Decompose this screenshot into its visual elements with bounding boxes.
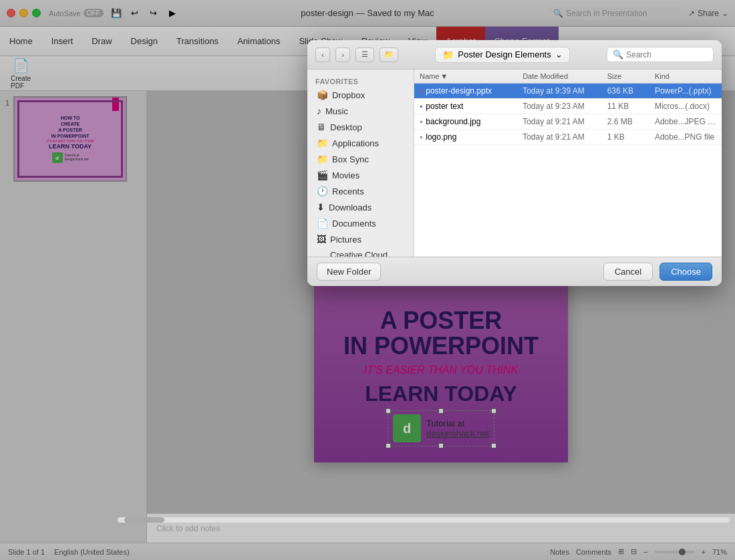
file-name-logo-png: ▪ logo.png <box>414 132 517 142</box>
sidebar-movies-label: Movies <box>332 170 359 180</box>
sort-icon: ▼ <box>440 72 448 80</box>
col-name-label: Name <box>420 72 439 80</box>
file-date-poster-text: Today at 9:23 AM <box>517 102 602 111</box>
dialog-sidebar: Favorites 📦 Dropbox ♪ Music 🖥 Desktop <box>307 69 414 257</box>
sidebar-downloads-label: Downloads <box>329 202 372 213</box>
col-name[interactable]: Name ▼ <box>414 72 517 80</box>
file-icon-doc: ▪ <box>420 102 422 111</box>
choose-button[interactable]: Choose <box>659 263 712 281</box>
sidebar-item-music[interactable]: ♪ Music <box>307 103 414 119</box>
dialog-filelist: Name ▼ Date Modified Size Kind <box>414 69 722 257</box>
file-row-logo-png[interactable]: ▪ logo.png Today at 9:21 AM 1 KB Adobe..… <box>414 130 722 145</box>
file-size-background-jpg: 2.6 MB <box>602 117 649 126</box>
search-input[interactable] <box>626 50 708 59</box>
file-name-background-jpg: ▪ background.jpg <box>414 117 517 126</box>
file-date-poster-design: Today at 9:39 AM <box>517 86 602 96</box>
desktop-icon: 🖥 <box>317 122 326 132</box>
file-size-logo-png: 1 KB <box>602 132 649 142</box>
file-kind-poster-design: PowerP...(.pptx) <box>649 86 722 96</box>
sidebar-item-desktop[interactable]: 🖥 Desktop <box>307 119 414 135</box>
dialog-folder-name: Poster Design Elements <box>458 49 551 59</box>
dropbox-icon: 📦 <box>317 90 328 100</box>
file-dialog: ‹ › ☰ 📁 📁 Poster Design Elements ⌄ 🔍 <box>307 40 722 286</box>
app-window: AutoSave OFF 💾 ↩ ↪ ▶ poster-design — Sav… <box>0 0 735 560</box>
file-row-poster-design[interactable]: ▪ poster-design.pptx Today at 9:39 AM 63… <box>414 84 722 99</box>
file-name-poster-text: ▪ poster text <box>414 102 517 111</box>
sidebar-box-sync-label: Box Sync <box>332 154 369 164</box>
favorites-section-label: Favorites <box>307 75 414 87</box>
dialog-footer: New Folder Cancel Choose <box>307 257 722 286</box>
sidebar-item-applications[interactable]: 📁 Applications <box>307 135 414 151</box>
sidebar-documents-label: Documents <box>332 219 376 229</box>
sidebar-item-documents[interactable]: 📄 Documents <box>307 215 414 231</box>
col-date[interactable]: Date Modified <box>517 72 602 80</box>
dialog-forward-button[interactable]: › <box>335 47 350 62</box>
dialog-toolbar: ‹ › ☰ 📁 📁 Poster Design Elements ⌄ 🔍 <box>307 40 722 69</box>
music-icon: ♪ <box>317 106 321 116</box>
folder-icon: 📁 <box>442 49 454 60</box>
file-icon-img-1: ▪ <box>420 117 422 126</box>
sidebar-item-box-sync[interactable]: 📁 Box Sync <box>307 151 414 167</box>
downloads-icon: ⬇ <box>317 202 325 213</box>
file-kind-background-jpg: Adobe...JPEG file <box>649 117 722 126</box>
sidebar-item-downloads[interactable]: ⬇ Downloads <box>307 199 414 215</box>
applications-icon: 📁 <box>317 138 328 148</box>
file-kind-logo-png: Adobe...PNG file <box>649 132 722 142</box>
dialog-body: Favorites 📦 Dropbox ♪ Music 🖥 Desktop <box>307 69 722 257</box>
dialog-overlay: ‹ › ☰ 📁 📁 Poster Design Elements ⌄ 🔍 <box>0 0 735 560</box>
sidebar-item-recents[interactable]: 🕐 Recents <box>307 183 414 199</box>
sidebar-dropbox-label: Dropbox <box>332 90 365 100</box>
file-kind-poster-text: Micros...(.docx) <box>649 102 722 111</box>
file-icon-pp: ▪ <box>420 86 422 96</box>
dialog-action-buttons: Cancel Choose <box>603 263 712 281</box>
sidebar-recents-label: Recents <box>332 186 364 196</box>
movies-icon: 🎬 <box>317 170 328 180</box>
file-row-poster-text[interactable]: ▪ poster text Today at 9:23 AM 11 KB Mic… <box>414 99 722 114</box>
sidebar-pictures-label: Pictures <box>330 235 361 245</box>
dialog-search[interactable]: 🔍 <box>607 47 714 62</box>
sidebar-item-pictures[interactable]: 🖼 Pictures <box>307 231 414 247</box>
box-sync-icon: 📁 <box>317 154 328 164</box>
col-kind-label: Kind <box>655 72 670 80</box>
dialog-list-view-button[interactable]: ☰ <box>355 47 374 62</box>
file-size-poster-design: 636 KB <box>602 86 649 96</box>
sidebar-applications-label: Applications <box>332 138 379 148</box>
col-kind[interactable]: Kind <box>649 72 722 80</box>
dialog-new-folder-icon-button[interactable]: 📁 <box>380 47 398 62</box>
sidebar-item-movies[interactable]: 🎬 Movies <box>307 167 414 183</box>
recents-icon: 🕐 <box>317 186 328 196</box>
col-date-label: Date Modified <box>523 72 568 80</box>
sidebar-music-label: Music <box>325 106 348 116</box>
sidebar-desktop-label: Desktop <box>330 122 362 132</box>
filelist-header: Name ▼ Date Modified Size Kind <box>414 69 722 84</box>
col-size-label: Size <box>607 72 621 80</box>
file-date-background-jpg: Today at 9:21 AM <box>517 117 602 126</box>
file-icon-img-2: ▪ <box>420 132 422 142</box>
file-size-poster-text: 11 KB <box>602 102 649 111</box>
file-name-poster-design: ▪ poster-design.pptx <box>414 86 517 96</box>
dialog-folder-selector: 📁 Poster Design Elements ⌄ <box>404 47 601 63</box>
sidebar-item-dropbox[interactable]: 📦 Dropbox <box>307 87 414 103</box>
file-date-logo-png: Today at 9:21 AM <box>517 132 602 142</box>
sidebar-item-creative-cloud[interactable]: ☁ Creative Cloud Files <box>307 247 414 257</box>
sidebar-creative-cloud-label: Creative Cloud Files <box>330 250 404 257</box>
col-size[interactable]: Size <box>602 72 649 80</box>
search-icon: 🔍 <box>613 49 623 59</box>
documents-icon: 📄 <box>317 218 328 229</box>
dialog-back-button[interactable]: ‹ <box>315 47 330 62</box>
cancel-button[interactable]: Cancel <box>603 263 653 281</box>
pictures-icon: 🖼 <box>317 234 326 245</box>
new-folder-button[interactable]: New Folder <box>317 263 381 281</box>
folder-chevron-icon: ⌄ <box>555 49 563 59</box>
folder-pill[interactable]: 📁 Poster Design Elements ⌄ <box>435 47 569 63</box>
file-row-background-jpg[interactable]: ▪ background.jpg Today at 9:21 AM 2.6 MB… <box>414 114 722 130</box>
